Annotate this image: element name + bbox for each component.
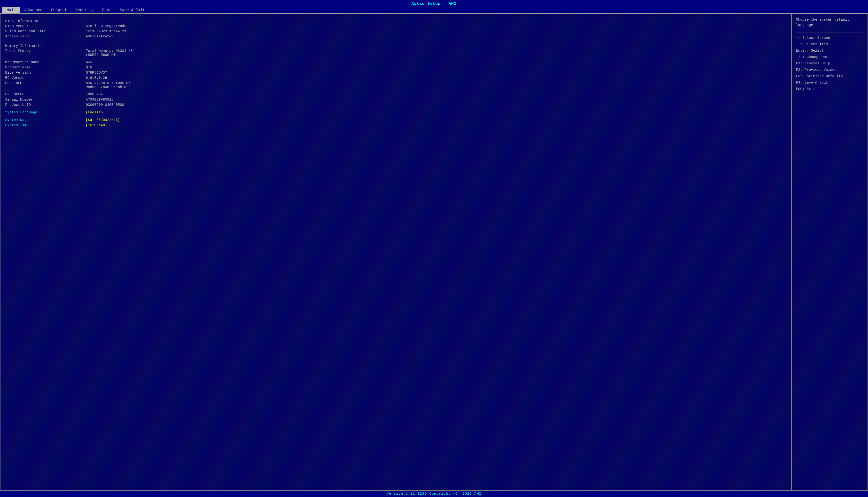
help-text: Choose the system default language <box>796 17 863 28</box>
key-help-item: F3: Optimized Defaults <box>796 73 863 80</box>
system-date-value: [Sat 05/04/2024] <box>86 118 120 122</box>
title-bar: Aptio Setup - AMI <box>0 0 868 7</box>
manufacture-value: AZW <box>86 60 92 65</box>
bios-version-value: GTRP5C6V37 <box>86 71 107 75</box>
key-help-item: Enter: Select <box>796 47 863 54</box>
system-language-value: [English] <box>86 111 105 115</box>
bios-version-label: Bios Version <box>5 71 86 75</box>
product-uuid-row: Product UUID 03000200-0400-0500 <box>5 102 786 108</box>
system-date-row[interactable]: System Date [Sat 05/04/2024] <box>5 118 786 123</box>
key-help-item: F1: General Help <box>796 60 863 67</box>
cpu-info-value: AMD Ryzen 9 7940HS w/ Radeon 780M Graphi… <box>86 81 130 89</box>
left-panel: BIOS Information BIOS Vendor American Me… <box>0 14 792 490</box>
ec-version-label: EC Version <box>5 76 86 80</box>
total-memory-row: Total Memory Total Memory: 98304 MB (DDR… <box>5 48 786 57</box>
product-name-row: Product Name GTR <box>5 65 786 70</box>
product-uuid-label: Product UUID <box>5 103 86 107</box>
menu-item-main[interactable]: Main <box>2 7 20 13</box>
system-time-row[interactable]: System Time [16:02:48] <box>5 123 786 128</box>
access-level-label: Access Level <box>5 34 86 39</box>
product-uuid-value: 03000200-0400-0500 <box>86 103 124 107</box>
key-help-list: ↔: Select Screen↑↓: Select ItemEnter: Se… <box>796 35 863 92</box>
divider <box>796 32 863 32</box>
cpu-info-row: CPU INFO AMD Ryzen 9 7940HS w/ Radeon 78… <box>5 81 786 90</box>
system-time-label: System Time <box>5 123 86 127</box>
key-help-item: ↔: Select Screen <box>796 35 863 41</box>
key-help-item: ESC: Exit <box>796 86 863 92</box>
system-language-row[interactable]: System Language [English] <box>5 110 786 115</box>
system-language-label: System Language <box>5 111 86 115</box>
version-text: Version 2.22.1292 Copyright (C) 2023 AMI <box>387 492 481 496</box>
key-help-item: ↑↓: Select Item <box>796 41 863 47</box>
product-name-value: GTR <box>86 66 92 70</box>
system-time-value: [16:02:48] <box>86 123 107 127</box>
menu-item-save---exit[interactable]: Save & Exit <box>115 7 149 13</box>
key-help-item: F2: Previous Values <box>796 67 863 73</box>
access-level-value: Administrator <box>86 34 113 39</box>
menu-bar: MainAdvancedChipsetSecurityBootSave & Ex… <box>0 7 868 14</box>
ec-version-row: EC Version 6.6.0.0.26 <box>5 75 786 81</box>
menu-item-security[interactable]: Security <box>71 7 98 13</box>
menu-item-boot[interactable]: Boot <box>98 7 115 13</box>
key-help-item: +/-: Change Opt. <box>796 54 863 60</box>
ec-version-value: 6.6.0.0.26 <box>86 76 107 80</box>
total-memory-value: Total Memory: 98304 MB (DDR5)_5600 MTs <box>86 49 133 57</box>
manufacture-label: Manufacture Name <box>5 60 86 65</box>
menu-item-chipset[interactable]: Chipset <box>47 7 71 13</box>
app-title: Aptio Setup - AMI <box>412 1 456 6</box>
bios-version-row: Bios Version GTRP5C6V37 <box>5 70 786 75</box>
right-panel: Choose the system default language ↔: Se… <box>792 14 868 490</box>
menu-item-advanced[interactable]: Advanced <box>20 7 47 13</box>
build-date-row: Build Date and Time 12/13/2023 15:44:21 <box>5 29 786 34</box>
cpu-info-label: CPU INFO <box>5 81 86 85</box>
serial-label: Serial Number <box>5 98 86 102</box>
bios-section-title: BIOS Information <box>5 17 786 24</box>
cpu-speed-label: CPU SPEED <box>5 93 86 97</box>
key-help-item: F4: Save & Exit <box>796 80 863 86</box>
cpu-speed-value: 4000 MHZ <box>86 93 103 97</box>
serial-row: Serial Number A79403IF80025 <box>5 97 786 102</box>
total-memory-label: Total Memory <box>5 49 86 53</box>
bios-vendor-value: American Megatrends <box>86 24 126 28</box>
cpu-speed-row: CPU SPEED 4000 MHZ <box>5 92 786 97</box>
manufacture-row: Manufacture Name AZW <box>5 60 786 65</box>
main-area: BIOS Information BIOS Vendor American Me… <box>0 14 868 490</box>
build-date-value: 12/13/2023 15:44:21 <box>86 29 126 33</box>
bios-vendor-row: BIOS Vendor American Megatrends <box>5 24 786 29</box>
access-level-row: Access Level Administrator <box>5 34 786 39</box>
bios-vendor-label: BIOS Vendor <box>5 24 86 28</box>
serial-value: A79403IF80025 <box>86 98 113 102</box>
status-bar: Version 2.22.1292 Copyright (C) 2023 AMI <box>0 490 868 497</box>
system-date-label: System Date <box>5 118 86 122</box>
product-name-label: Product Name <box>5 66 86 70</box>
build-date-label: Build Date and Time <box>5 29 86 33</box>
memory-section-title: Memory Information <box>5 42 786 48</box>
